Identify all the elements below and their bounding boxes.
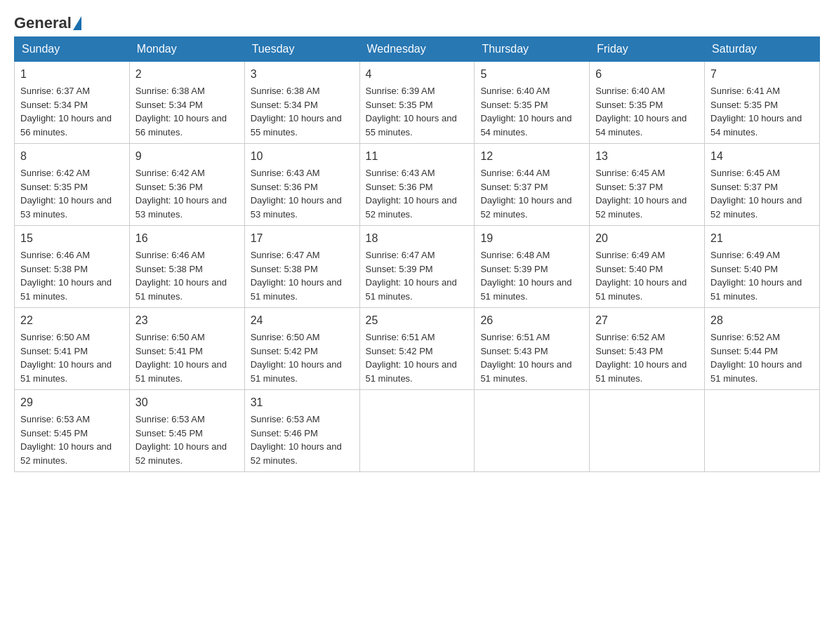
weekday-header-saturday: Saturday [705, 37, 820, 62]
day-number: 22 [20, 312, 124, 329]
day-number: 21 [710, 230, 814, 247]
day-number: 14 [710, 148, 814, 165]
day-number: 10 [251, 148, 354, 165]
calendar-cell: 9Sunrise: 6:42 AMSunset: 5:36 PMDaylight… [129, 144, 244, 226]
weekday-header-monday: Monday [129, 37, 244, 62]
calendar-cell [705, 390, 820, 472]
weekday-header-wednesday: Wednesday [359, 37, 475, 62]
calendar-cell: 16Sunrise: 6:46 AMSunset: 5:38 PMDayligh… [129, 226, 244, 308]
calendar-cell: 21Sunrise: 6:49 AMSunset: 5:40 PMDayligh… [705, 226, 820, 308]
day-number: 1 [20, 66, 124, 83]
calendar-cell: 19Sunrise: 6:48 AMSunset: 5:39 PMDayligh… [475, 226, 590, 308]
day-number: 6 [595, 66, 699, 83]
page-header: General [14, 14, 820, 29]
calendar-cell: 28Sunrise: 6:52 AMSunset: 5:44 PMDayligh… [705, 308, 820, 390]
day-number: 7 [710, 66, 814, 83]
weekday-header-thursday: Thursday [475, 37, 590, 62]
day-number: 18 [366, 230, 469, 247]
weekday-header-sunday: Sunday [15, 37, 130, 62]
day-number: 27 [595, 312, 699, 329]
calendar-cell: 14Sunrise: 6:45 AMSunset: 5:37 PMDayligh… [705, 144, 820, 226]
calendar-cell: 3Sunrise: 6:38 AMSunset: 5:34 PMDaylight… [244, 62, 359, 144]
day-number: 13 [595, 148, 699, 165]
calendar-cell: 1Sunrise: 6:37 AMSunset: 5:34 PMDaylight… [15, 62, 130, 144]
calendar-cell: 2Sunrise: 6:38 AMSunset: 5:34 PMDaylight… [129, 62, 244, 144]
day-number: 2 [135, 66, 239, 83]
calendar-cell: 11Sunrise: 6:43 AMSunset: 5:36 PMDayligh… [359, 144, 475, 226]
day-number: 8 [20, 148, 124, 165]
day-number: 12 [480, 148, 583, 165]
calendar-cell: 12Sunrise: 6:44 AMSunset: 5:37 PMDayligh… [475, 144, 590, 226]
day-number: 20 [595, 230, 699, 247]
calendar-cell: 29Sunrise: 6:53 AMSunset: 5:45 PMDayligh… [15, 390, 130, 472]
day-number: 29 [20, 394, 124, 411]
calendar-cell: 13Sunrise: 6:45 AMSunset: 5:37 PMDayligh… [590, 144, 705, 226]
weekday-header-friday: Friday [590, 37, 705, 62]
weekday-header-row: SundayMondayTuesdayWednesdayThursdayFrid… [15, 37, 820, 62]
weekday-header-tuesday: Tuesday [244, 37, 359, 62]
calendar-cell [359, 390, 475, 472]
day-number: 4 [366, 66, 469, 83]
day-number: 19 [480, 230, 583, 247]
calendar-cell [590, 390, 705, 472]
week-row-5: 29Sunrise: 6:53 AMSunset: 5:45 PMDayligh… [15, 390, 820, 472]
day-number: 23 [135, 312, 239, 329]
calendar-cell: 20Sunrise: 6:49 AMSunset: 5:40 PMDayligh… [590, 226, 705, 308]
calendar-cell: 10Sunrise: 6:43 AMSunset: 5:36 PMDayligh… [244, 144, 359, 226]
day-number: 3 [251, 66, 354, 83]
calendar-cell: 27Sunrise: 6:52 AMSunset: 5:43 PMDayligh… [590, 308, 705, 390]
calendar-cell: 8Sunrise: 6:42 AMSunset: 5:35 PMDaylight… [15, 144, 130, 226]
calendar-cell: 31Sunrise: 6:53 AMSunset: 5:46 PMDayligh… [244, 390, 359, 472]
calendar-cell: 22Sunrise: 6:50 AMSunset: 5:41 PMDayligh… [15, 308, 130, 390]
week-row-2: 8Sunrise: 6:42 AMSunset: 5:35 PMDaylight… [15, 144, 820, 226]
day-number: 17 [251, 230, 354, 247]
logo: General [14, 14, 83, 29]
day-number: 24 [251, 312, 354, 329]
day-number: 26 [480, 312, 583, 329]
calendar-cell: 4Sunrise: 6:39 AMSunset: 5:35 PMDaylight… [359, 62, 475, 144]
week-row-1: 1Sunrise: 6:37 AMSunset: 5:34 PMDaylight… [15, 62, 820, 144]
calendar-cell: 23Sunrise: 6:50 AMSunset: 5:41 PMDayligh… [129, 308, 244, 390]
week-row-4: 22Sunrise: 6:50 AMSunset: 5:41 PMDayligh… [15, 308, 820, 390]
logo-triangle-icon [73, 16, 81, 30]
calendar-cell: 25Sunrise: 6:51 AMSunset: 5:42 PMDayligh… [359, 308, 475, 390]
day-number: 15 [20, 230, 124, 247]
calendar-table: SundayMondayTuesdayWednesdayThursdayFrid… [14, 36, 820, 472]
calendar-cell: 17Sunrise: 6:47 AMSunset: 5:38 PMDayligh… [244, 226, 359, 308]
calendar-cell: 26Sunrise: 6:51 AMSunset: 5:43 PMDayligh… [475, 308, 590, 390]
week-row-3: 15Sunrise: 6:46 AMSunset: 5:38 PMDayligh… [15, 226, 820, 308]
calendar-cell [475, 390, 590, 472]
day-number: 9 [135, 148, 239, 165]
calendar-cell: 7Sunrise: 6:41 AMSunset: 5:35 PMDaylight… [705, 62, 820, 144]
day-number: 16 [135, 230, 239, 247]
day-number: 31 [251, 394, 354, 411]
day-number: 30 [135, 394, 239, 411]
calendar-cell: 30Sunrise: 6:53 AMSunset: 5:45 PMDayligh… [129, 390, 244, 472]
day-number: 25 [366, 312, 469, 329]
day-number: 28 [710, 312, 814, 329]
calendar-cell: 6Sunrise: 6:40 AMSunset: 5:35 PMDaylight… [590, 62, 705, 144]
calendar-cell: 18Sunrise: 6:47 AMSunset: 5:39 PMDayligh… [359, 226, 475, 308]
day-number: 11 [366, 148, 469, 165]
calendar-cell: 5Sunrise: 6:40 AMSunset: 5:35 PMDaylight… [475, 62, 590, 144]
calendar-cell: 24Sunrise: 6:50 AMSunset: 5:42 PMDayligh… [244, 308, 359, 390]
day-number: 5 [480, 66, 583, 83]
logo-general: General [14, 14, 72, 32]
calendar-cell: 15Sunrise: 6:46 AMSunset: 5:38 PMDayligh… [15, 226, 130, 308]
